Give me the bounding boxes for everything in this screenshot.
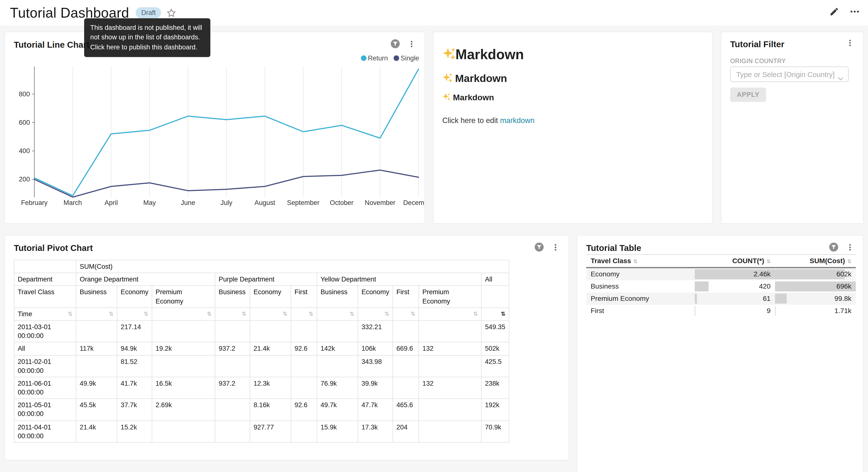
sort-icon[interactable]: ⇅ (350, 309, 354, 318)
filter-indicator-icon[interactable] (534, 242, 544, 254)
sort-icon[interactable]: ⇅ (847, 259, 851, 264)
pivot-row-label: 2011-06-01 00:00:00 (14, 377, 76, 399)
pivot-cell: 142k (317, 343, 358, 355)
apply-button[interactable]: APPLY (730, 88, 766, 102)
pivot-cell: 12.3k (250, 377, 291, 399)
pivot-cell (250, 320, 291, 342)
pivot-row: 2011-04-01 00:00:0021.4k15.2k927.7715.9k… (14, 421, 509, 442)
sort-icon[interactable]: ⇅ (144, 309, 148, 318)
svg-text:800: 800 (19, 90, 30, 98)
pivot-header-cell: Business (215, 286, 250, 308)
pivot-header-cell: Economy (250, 286, 291, 308)
pivot-header-cell[interactable]: ⇅ (152, 308, 215, 321)
edit-pencil-icon[interactable] (829, 7, 839, 19)
kebab-menu-icon[interactable] (551, 243, 560, 254)
legend-dot (361, 56, 366, 61)
pivot-row: 2011-02-01 00:00:0081.52343.98425.5 (14, 355, 509, 377)
sort-icon[interactable]: ⇅ (109, 309, 114, 318)
kebab-menu-icon[interactable] (846, 243, 854, 254)
pivot-cell: 927.77 (250, 421, 291, 442)
sort-icon[interactable]: ⇅ (766, 259, 770, 264)
table-row: Business420696k (586, 280, 856, 293)
column-header-travel-class[interactable]: Travel Class⇅ (586, 255, 695, 268)
pivot-header-cell[interactable]: ⇅ (393, 308, 418, 321)
line-chart-card: Tutorial Line Chart ReturnSingle Februar… (4, 32, 425, 224)
pivot-header-cell[interactable]: ⇅ (419, 308, 482, 321)
pivot-header-cell[interactable]: ⇅ (215, 308, 250, 321)
filter-indicator-icon[interactable] (390, 39, 400, 51)
kebab-menu-icon[interactable] (846, 39, 854, 50)
pivot-cell: 15.9k (317, 421, 358, 442)
pivot-cell (419, 320, 482, 342)
svg-text:September: September (287, 199, 319, 206)
legend-item[interactable]: Single (394, 54, 419, 62)
svg-text:600: 600 (19, 119, 30, 126)
pivot-header-cell: Business (317, 286, 358, 308)
sparkles-icon (442, 73, 452, 83)
pivot-header-cell[interactable]: ⇅ (291, 308, 317, 321)
pivot-cell: 2.69k (152, 399, 215, 420)
pivot-header-cell[interactable]: ⇅ (117, 308, 152, 321)
pivot-header-cell: Economy (117, 286, 152, 308)
table-cell: 602k (775, 268, 856, 280)
sort-icon[interactable]: ⇅ (309, 309, 313, 318)
pivot-header-cell[interactable]: ⇅ (250, 308, 291, 321)
pivot-header-cell[interactable]: ⇅ (317, 308, 358, 321)
pivot-header-cell: Premium Economy (419, 286, 482, 308)
kebab-menu-icon[interactable] (407, 40, 416, 50)
sort-icon[interactable]: ⇅ (68, 309, 73, 318)
sort-icon[interactable]: ⇅ (384, 309, 389, 318)
sort-icon[interactable]: ⇅ (242, 309, 246, 318)
card-title: Tutorial Pivot Chart (14, 243, 93, 253)
sort-icon[interactable]: ⇅ (501, 309, 505, 318)
pivot-header-cell: Purple Department (215, 273, 317, 286)
pivot-cell: 549.35 (482, 320, 509, 342)
pivot-cell: 21.4k (76, 421, 117, 442)
markdown-heading-1: Markdown (442, 47, 704, 63)
svg-text:August: August (254, 199, 275, 206)
pivot-header-cell[interactable]: ⇅ (358, 308, 393, 321)
sort-icon[interactable]: ⇅ (633, 259, 638, 264)
svg-text:February: February (21, 199, 48, 206)
pivot-cell: 19.2k (152, 343, 215, 355)
pivot-header-cell[interactable]: Time⇅ (14, 308, 76, 321)
pivot-row-label: 2011-04-01 00:00:00 (14, 421, 76, 442)
pivot-row-label: 2011-02-01 00:00:00 (14, 355, 76, 377)
filter-indicator-icon[interactable] (829, 242, 839, 254)
pivot-header-cell: Travel Class (14, 286, 76, 308)
pivot-row-label: All (14, 343, 76, 355)
more-menu-icon[interactable] (849, 6, 860, 19)
pivot-table-container: SUM(Cost)DepartmentOrange DepartmentPurp… (14, 260, 509, 443)
sort-icon[interactable]: ⇅ (473, 309, 478, 318)
markdown-paragraph: Click here to edit markdown (442, 116, 704, 125)
sparkles-icon (442, 48, 456, 60)
legend-dot (394, 56, 399, 61)
edit-markdown-link[interactable]: markdown (500, 116, 534, 125)
favorite-star-icon[interactable] (167, 8, 176, 18)
pivot-cell: 425.5 (482, 355, 509, 377)
pivot-header-cell[interactable]: ⇅ (76, 308, 117, 321)
origin-country-select[interactable]: Type or Select [Origin Country] (730, 66, 849, 82)
sort-icon[interactable]: ⇅ (283, 309, 287, 318)
pivot-cell: 92.6 (291, 343, 317, 355)
pivot-cell: 49.7k (317, 399, 358, 420)
pivot-header-cell[interactable]: ⇅ (482, 308, 509, 321)
legend-item[interactable]: Return (361, 54, 388, 62)
column-header-count[interactable]: COUNT(*)⇅ (695, 255, 775, 268)
sort-icon[interactable]: ⇅ (207, 309, 212, 318)
pivot-cell (317, 355, 358, 377)
pivot-cell: 94.9k (117, 343, 152, 355)
pivot-cell (419, 399, 482, 420)
table-row: First91.71k (586, 305, 856, 317)
table-cell: 9 (695, 305, 775, 317)
pivot-sort-row: Time⇅⇅⇅⇅⇅⇅⇅⇅⇅⇅⇅⇅ (14, 308, 509, 321)
sort-icon[interactable]: ⇅ (410, 309, 415, 318)
data-table-container: Travel Class⇅COUNT(*)⇅SUM(Cost)⇅Economy2… (586, 254, 856, 317)
pivot-cell (393, 355, 418, 377)
pivot-cell: 937.2 (215, 343, 250, 355)
column-header-sum-cost[interactable]: SUM(Cost)⇅ (775, 255, 856, 268)
pivot-row: All117k94.9k19.2k937.221.4k92.6142k106k6… (14, 343, 509, 355)
svg-text:December: December (403, 199, 425, 206)
pivot-header-cell (482, 286, 509, 308)
status-badge[interactable]: Draft (136, 7, 161, 18)
